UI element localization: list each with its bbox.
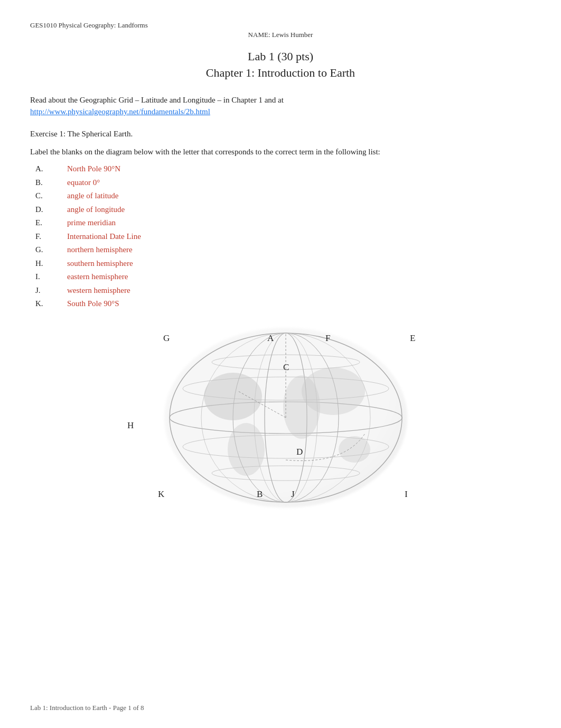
diagram-label-d: D — [296, 447, 303, 457]
term-list-item: F.International Date Line — [35, 231, 531, 243]
diagram-label-c: C — [283, 362, 289, 373]
term-list-item: J.western hemisphere — [35, 284, 531, 297]
header-course: GES1010 Physical Geography: Landforms — [30, 21, 531, 30]
term-list-item: B.equator 0° — [35, 177, 531, 189]
diagram-label-k: K — [158, 489, 164, 500]
header-name: NAME: Lewis Humber — [30, 31, 531, 39]
term-value: South Pole 90°S — [67, 298, 119, 310]
term-letter: J. — [35, 284, 67, 297]
term-letter: K. — [35, 298, 67, 310]
term-value: eastern hemisphere — [67, 271, 128, 283]
term-letter: A. — [35, 163, 67, 175]
term-list-item: E.prime meridian — [35, 217, 531, 229]
term-letter: I. — [35, 271, 67, 283]
term-letter: D. — [35, 204, 67, 216]
term-list-item: D.angle of longitude — [35, 204, 531, 216]
diagram-label-a: A — [267, 333, 274, 344]
term-list-item: I.eastern hemisphere — [35, 271, 531, 283]
term-value: prime meridian — [67, 217, 116, 229]
exercise-title: Exercise 1: The Spherical Earth. — [30, 130, 531, 139]
svg-point-10 — [204, 373, 262, 420]
term-value: angle of latitude — [67, 190, 118, 202]
term-letter: E. — [35, 217, 67, 229]
term-value: North Pole 90°N — [67, 163, 120, 175]
diagram-container: GAFECHDKBJI — [117, 322, 444, 518]
term-letter: F. — [35, 231, 67, 243]
term-list-item: K.South Pole 90°S — [35, 298, 531, 310]
term-list-item: A.North Pole 90°N — [35, 163, 531, 175]
diagram-label-h: H — [127, 420, 134, 431]
term-list-item: C.angle of latitude — [35, 190, 531, 202]
diagram-label-g: G — [163, 333, 170, 344]
diagram-label-b: B — [257, 489, 263, 500]
term-value: southern hemisphere — [67, 257, 133, 270]
diagram-label-i: I — [405, 489, 408, 500]
intro-link[interactable]: http://www.physicalgeography.net/fundame… — [30, 107, 210, 116]
term-value: equator 0° — [67, 177, 100, 189]
intro-text: Read about the Geographic Grid – Latitud… — [30, 94, 531, 118]
term-letter: C. — [35, 190, 67, 202]
svg-point-14 — [339, 436, 370, 463]
term-letter: G. — [35, 244, 67, 256]
term-list-item: H.southern hemisphere — [35, 257, 531, 270]
term-letter: H. — [35, 257, 67, 270]
lab-title: Lab 1 (30 pts) Chapter 1: Introduction t… — [30, 49, 531, 81]
svg-point-12 — [302, 367, 365, 415]
diagram-label-f: F — [325, 333, 330, 344]
term-list: A.North Pole 90°NB.equator 0°C.angle of … — [35, 163, 531, 310]
term-list-item: G.northern hemisphere — [35, 244, 531, 256]
label-instruction: Label the blanks on the diagram below wi… — [30, 146, 531, 158]
footer: Lab 1: Introduction to Earth - Page 1 of… — [30, 704, 144, 712]
term-value: International Date Line — [67, 231, 141, 243]
term-value: angle of longitude — [67, 204, 125, 216]
term-value: northern hemisphere — [67, 244, 133, 256]
diagram-label-e: E — [410, 333, 415, 344]
svg-point-13 — [228, 423, 265, 476]
diagram-label-j: J — [291, 489, 295, 500]
term-value: western hemisphere — [67, 284, 130, 297]
term-letter: B. — [35, 177, 67, 189]
